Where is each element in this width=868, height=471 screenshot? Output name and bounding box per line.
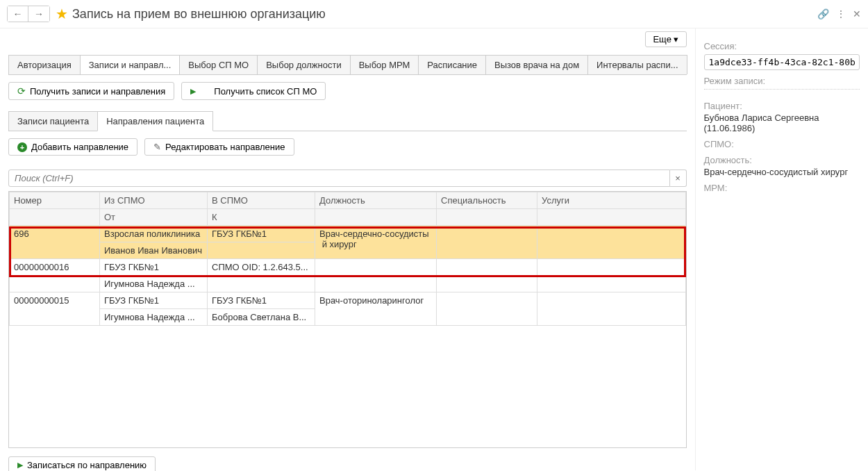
referral-actions: + Добавить направление ✎ Редактировать н… [8, 131, 687, 163]
book-by-referral-button[interactable]: ▶ Записаться по направлению [8, 456, 156, 471]
search-input[interactable] [8, 170, 670, 187]
position-label: Должность: [704, 155, 860, 165]
get-records-button[interactable]: ⟳ Получить записи и направления [8, 82, 174, 100]
mrm-label: МРМ: [704, 183, 860, 193]
patient-label: Пациент: [704, 101, 860, 111]
session-label: Сессия: [704, 41, 860, 51]
col-services[interactable]: Услуги [537, 192, 686, 209]
edit-referral-button[interactable]: ✎ Редактировать направление [144, 138, 294, 156]
col-position[interactable]: Должность [315, 192, 437, 209]
pencil-icon: ✎ [153, 142, 161, 152]
subtab-patient-referrals[interactable]: Направления пациента [97, 111, 213, 131]
left-panel: Еще ▾ Авторизация Записи и направл... Вы… [0, 28, 695, 470]
plus-icon: + [17, 142, 27, 152]
subtab-patient-records[interactable]: Записи пациента [8, 111, 98, 131]
tab-schedule[interactable]: Расписание [418, 55, 486, 74]
tab-house-call[interactable]: Вызов врача на дом [485, 55, 588, 74]
col-number[interactable]: Номер [10, 192, 100, 209]
forward-button[interactable]: → [28, 6, 49, 22]
get-list-button[interactable]: ▶ Получить список СП МО [181, 82, 326, 100]
star-icon[interactable]: ★ [56, 6, 68, 22]
close-icon[interactable]: ✕ [853, 8, 861, 19]
play-icon: ▶ [17, 461, 23, 470]
table-row[interactable]: 00000000015 ГБУЗ ГКБ№1 ГБУЗ ГКБ№1 Врач-о… [10, 292, 686, 309]
col-to: К [208, 209, 315, 226]
tab-records[interactable]: Записи и направл... [80, 55, 181, 74]
position-value: Врач-сердечно-сосудистый хирург [704, 167, 860, 177]
add-referral-button[interactable]: + Добавить направление [8, 138, 137, 156]
nav-buttons: ← → [7, 6, 50, 22]
right-panel: Сессия: Режим записи: Пациент: Бубнова Л… [695, 28, 869, 470]
menu-icon[interactable]: ⋮ [836, 8, 846, 19]
mode-value [704, 86, 860, 90]
toolbar: ⟳ Получить записи и направления ▶ Получи… [8, 75, 687, 107]
session-input[interactable] [704, 54, 860, 70]
col-from-spmo[interactable]: Из СПМО [100, 192, 208, 209]
refresh-icon: ⟳ [17, 85, 26, 97]
table-row[interactable]: 696 Взрослая поликлиника ГБУЗ ГКБ№1 Врач… [10, 226, 686, 242]
search-row: × [8, 170, 687, 187]
sub-tabs: Записи пациента Направления пациента [8, 111, 687, 131]
col-to-spmo[interactable]: В СПМО [208, 192, 315, 209]
tab-select-mrm[interactable]: Выбор МРМ [350, 55, 419, 74]
link-icon[interactable]: 🔗 [817, 8, 829, 19]
tab-select-position[interactable]: Выбор должности [257, 55, 350, 74]
page-title: Запись на прием во внешнюю организацию [72, 7, 326, 22]
referrals-table: Номер Из СПМО В СПМО Должность Специальн… [9, 192, 686, 326]
patient-value: Бубнова Лариса Сергеевна (11.06.1986) [704, 113, 860, 133]
search-clear-button[interactable]: × [670, 170, 687, 187]
tab-select-spmo[interactable]: Выбор СП МО [179, 55, 258, 74]
referrals-table-wrap: Номер Из СПМО В СПМО Должность Специальн… [8, 191, 687, 448]
spmo-label: СПМО: [704, 139, 860, 149]
table-row[interactable]: 00000000016 ГБУЗ ГКБ№1 СПМО OID: 1.2.643… [10, 259, 686, 276]
col-specialty[interactable]: Специальность [437, 192, 537, 209]
title-bar: ← → ★ Запись на прием во внешнюю организ… [0, 0, 868, 28]
tab-intervals[interactable]: Интервалы распи... [587, 55, 687, 74]
tab-authorization[interactable]: Авторизация [8, 55, 81, 74]
mode-label: Режим записи: [704, 76, 860, 86]
col-from: От [100, 209, 208, 226]
play-icon: ▶ [190, 87, 196, 96]
more-button[interactable]: Еще ▾ [645, 31, 686, 47]
main-tabs: Авторизация Записи и направл... Выбор СП… [8, 55, 687, 75]
back-button[interactable]: ← [8, 6, 28, 22]
